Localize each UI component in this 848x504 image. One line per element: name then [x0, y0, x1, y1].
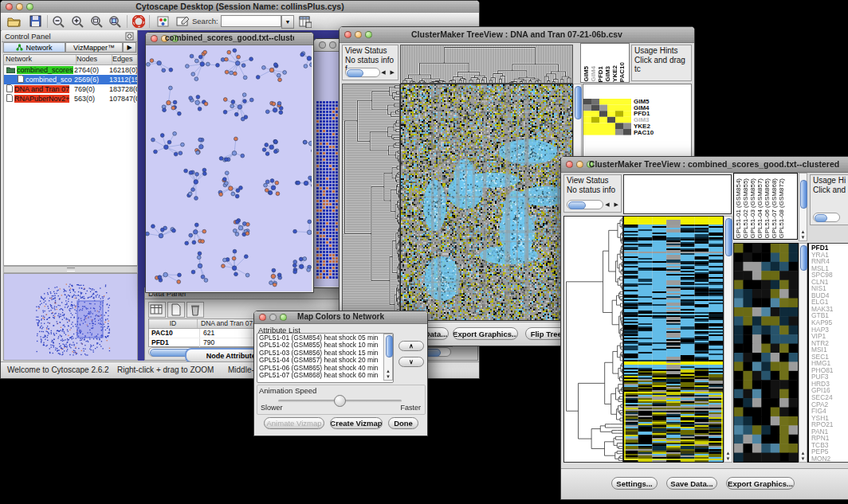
mini-heatmap[interactable]	[583, 99, 631, 135]
attribute-select-button[interactable]	[148, 302, 166, 318]
main-title-bar[interactable]: Cytoscape Desktop (Session Name: collins…	[1, 1, 479, 14]
help-lifesaver-icon[interactable]	[132, 15, 145, 28]
tab-network[interactable]: Network	[3, 42, 65, 53]
tab-overflow-button[interactable]: ▶	[123, 42, 136, 53]
close-button[interactable]	[151, 35, 158, 42]
save-data-button[interactable]: Save Data...	[666, 477, 717, 490]
column-label[interactable]: GPL51-04 (GSM857)	[756, 178, 764, 239]
open-session-icon[interactable]	[7, 15, 21, 27]
attribute-list-item[interactable]: GPL51-07 (GSM868) heat shock 60 min	[259, 372, 383, 379]
column-label[interactable]: GPL51-07 (GSM868)	[771, 178, 778, 239]
zoom-in-icon[interactable]	[71, 15, 84, 28]
search-input[interactable]	[221, 15, 281, 27]
heatmap-main[interactable]	[400, 84, 573, 321]
close-button[interactable]	[319, 41, 326, 49]
scroll-arrows[interactable]: ◀ ▶	[605, 200, 620, 209]
network-table-row[interactable]: combined_scores2764(0)16218(0)	[4, 65, 137, 75]
view-status-title: View Status	[345, 46, 395, 56]
save-session-icon[interactable]	[29, 15, 41, 27]
search-dropdown-button[interactable]: ▼	[281, 15, 294, 29]
view-status-title: View Status	[567, 176, 618, 186]
export-graphics-button[interactable]: Export Graphics...	[453, 327, 518, 340]
col-header-nodes[interactable]: Nodes	[77, 55, 112, 64]
column-label[interactable]: GPL51-03 (GSM856)	[749, 178, 756, 239]
dialog-title: Map Colors to Network	[273, 312, 408, 321]
done-button[interactable]: Done	[388, 417, 418, 429]
row-label[interactable]: PAC10	[634, 130, 654, 136]
attribute-list-item[interactable]: GPL51-03 (GSM856) heat shock 15 min	[259, 350, 383, 357]
labels-vscrollbar[interactable]: ▲▼	[799, 173, 807, 241]
settings-button[interactable]: Settings...	[611, 477, 658, 490]
scroll-arrows[interactable]: ◀ ▶	[381, 68, 396, 77]
zoom-vscrollbar[interactable]: ▲▼	[799, 243, 807, 463]
close-button[interactable]	[6, 3, 13, 10]
heatmap-vscrollbar[interactable]: ▲▼	[724, 216, 732, 463]
column-label[interactable]: GIM4	[590, 66, 597, 82]
treeview-dna-title-bar[interactable]: ClusterMaker TreeView : DNA and Tran 07-…	[340, 27, 694, 43]
zoom-selected-icon[interactable]	[108, 15, 121, 28]
minimize-button[interactable]	[329, 41, 336, 49]
usage-hints-text: Click and	[813, 186, 848, 195]
heatmap-zoom-view[interactable]	[733, 243, 799, 463]
network-view-title: combined_scores_good.txt--cluste...	[165, 33, 294, 42]
column-dendrogram[interactable]	[400, 45, 573, 84]
attribute-list-item[interactable]: GPL51-02 (GSM855) heat shock 10 min	[259, 342, 383, 349]
move-up-button[interactable]: ∧	[398, 341, 424, 351]
float-panel-icon[interactable]	[125, 32, 134, 41]
network-view-title-bar[interactable]: combined_scores_good.txt--cluste...	[146, 33, 313, 45]
col-header-edges[interactable]: Edges	[112, 55, 137, 64]
zoom-fit-icon[interactable]	[90, 15, 103, 28]
close-button[interactable]	[344, 31, 351, 38]
row-dendrogram[interactable]	[342, 84, 400, 321]
attribute-table-icon[interactable]	[299, 15, 312, 28]
attribute-list-item[interactable]: GPL51-01 (GSM854) heat shock 05 min	[259, 334, 383, 342]
column-label[interactable]: GPL51-06 (GSM865)	[764, 178, 771, 239]
column-label[interactable]: PFD1	[597, 66, 604, 82]
usage-hscrollbar[interactable]	[813, 213, 840, 222]
network-table-row[interactable]: combined_sco2569(6)13112(15)	[4, 75, 137, 84]
network-canvas[interactable]	[146, 45, 312, 291]
new-attribute-button[interactable]	[167, 302, 185, 318]
speed-slider-thumb[interactable]	[334, 395, 346, 407]
birdseye-overview[interactable]	[3, 273, 138, 361]
export-graphics-button[interactable]: Export Graphics...	[726, 477, 795, 490]
attribute-list-item[interactable]: GPL51-06 (GSM865) heat shock 40 min	[259, 365, 383, 372]
tab-vizmapper[interactable]: VizMapper™	[65, 42, 123, 53]
list-vscrollbar[interactable]: ▲▼	[383, 334, 393, 381]
animate-vizmap-button[interactable]: Animate Vizmap	[264, 417, 324, 429]
attribute-listbox[interactable]: GPL51-01 (GSM854) heat shock 05 minGPL51…	[257, 333, 394, 383]
gene-list[interactable]: PFD1YRA1RNR4MSL1SPC98CLN1NIS1BUD4ELG1MAK…	[807, 243, 848, 463]
panel-splitter[interactable]	[3, 266, 138, 273]
move-down-button[interactable]: ∨	[398, 357, 424, 367]
dialog-title-bar[interactable]: Map Colors to Network	[254, 311, 427, 324]
desktop: Cytoscape Desktop (Session Name: collins…	[0, 0, 848, 504]
treeview-combined-title-bar[interactable]: ClusterMaker TreeView : combined_scores_…	[561, 157, 848, 173]
data-col-id[interactable]: ID	[149, 319, 198, 328]
row-dendrogram[interactable]	[563, 216, 623, 463]
view-status-hscrollbar[interactable]	[567, 200, 603, 209]
column-dendrogram-area[interactable]	[623, 174, 732, 214]
view-status-hscrollbar[interactable]	[345, 68, 380, 77]
gene-label[interactable]: MON2	[811, 455, 848, 463]
network-table-row[interactable]: DNA and Tran 07769(0)183728(0)	[4, 84, 137, 94]
column-label[interactable]: PAC10	[618, 62, 626, 82]
annotation-icon[interactable]	[176, 16, 189, 27]
column-label[interactable]: YKE2	[611, 65, 618, 82]
create-vizmap-button[interactable]: Create Vizmap	[330, 417, 383, 429]
slower-label: Slower	[261, 404, 283, 412]
attribute-list-item[interactable]: GPL51-04 (GSM857) heat shock 20 min	[259, 357, 383, 364]
column-label[interactable]: GPL51-01 (GSM854)	[735, 178, 742, 239]
zoom-out-icon[interactable]	[52, 15, 65, 28]
column-label[interactable]: GPL51-02 (GSM855)	[742, 178, 749, 239]
network-table-row[interactable]: RNAPuberNov2+563(0)107847(0)	[4, 94, 137, 104]
col-header-network[interactable]: Network	[4, 55, 77, 64]
column-label[interactable]: GIM5	[583, 66, 590, 82]
vizmapper-icon[interactable]	[157, 16, 169, 27]
close-button[interactable]	[566, 161, 573, 168]
column-label[interactable]: GPL51-08 (GSM872)	[778, 178, 785, 239]
column-label[interactable]: GIM3	[604, 66, 611, 82]
close-button[interactable]	[259, 314, 266, 321]
heatmap-main[interactable]	[623, 216, 724, 463]
delete-attribute-button[interactable]	[186, 302, 204, 318]
network-name: combined_scores	[17, 66, 73, 74]
